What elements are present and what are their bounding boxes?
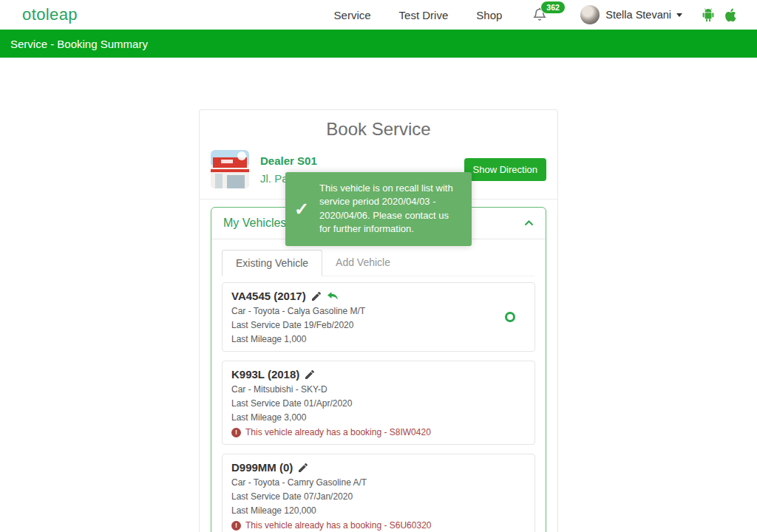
vehicle-title: D999MM (0) [231, 461, 293, 474]
dealer-photo [211, 150, 249, 188]
edit-icon[interactable] [298, 463, 308, 473]
tab-existing-vehicle[interactable]: Existing Vehicle [222, 250, 322, 276]
apple-icon [724, 7, 738, 23]
vehicle-last-service: Last Service Date 01/Apr/2020 [231, 398, 526, 409]
edit-icon[interactable] [305, 369, 315, 380]
edit-icon[interactable] [311, 291, 322, 301]
vehicle-tabs: Existing Vehicle Add Vehicle [222, 250, 535, 276]
recall-toast[interactable]: This vehicle is on recall list with serv… [285, 172, 472, 246]
vehicle-last-mileage: Last Mileage 1,000 [231, 334, 505, 344]
alert-icon [231, 521, 241, 531]
android-icon [702, 7, 715, 22]
notifications-button[interactable]: 362 [533, 7, 546, 22]
vehicle-description: Car - Mitsubishi - SKY-D [231, 384, 526, 395]
chevron-up-icon [524, 220, 534, 226]
vehicle-details: D999MM (0) Car - Toyota - Camry Gasoline… [231, 461, 526, 531]
alert-icon [231, 428, 241, 437]
booking-warning: This vehicle already has a booking - S6U… [231, 520, 526, 531]
ios-app-link[interactable] [724, 7, 738, 23]
show-direction-button[interactable]: Show Direction [464, 158, 546, 181]
vehicle-card-d999mm[interactable]: D999MM (0) Car - Toyota - Camry Gasoline… [222, 454, 535, 532]
nav-shop[interactable]: Shop [476, 9, 502, 21]
user-avatar [580, 5, 600, 24]
user-name: Stella Stevani [605, 9, 671, 21]
vehicle-card-k993l[interactable]: K993L (2018) Car - Mitsubishi - SKY-D La… [222, 361, 535, 445]
nav-test-drive[interactable]: Test Drive [399, 9, 449, 21]
check-icon [294, 197, 309, 222]
tab-add-vehicle[interactable]: Add Vehicle [322, 250, 404, 276]
vehicle-title: K993L (2018) [231, 368, 299, 381]
vehicle-description: Car - Toyota - Camry Gasoline A/T [231, 477, 526, 488]
booking-warning-text: This vehicle already has a booking - S6U… [245, 520, 431, 531]
my-vehicles-title: My Vehicles [223, 216, 286, 230]
vehicle-last-service: Last Service Date 19/Feb/2020 [231, 320, 505, 330]
nav-service[interactable]: Service [334, 9, 371, 21]
dealer-name: Dealer S01 [260, 154, 380, 167]
app-header: otoleap Service Test Drive Shop 362 Stel… [0, 0, 757, 30]
my-vehicles-panel: My Vehicles Existing Vehicle Add Vehicle [211, 207, 546, 532]
chevron-down-icon [676, 13, 682, 17]
notification-count-badge: 362 [540, 1, 566, 14]
main-content: This vehicle is on recall list with serv… [0, 109, 757, 532]
vehicle-radio[interactable] [505, 312, 515, 322]
user-menu[interactable]: Stella Stevani [580, 5, 682, 24]
vehicle-card-va4545[interactable]: VA4545 (2017) Car - Toyota - Calya Gasol… [222, 282, 535, 352]
breadcrumb: Service - Booking Summary [10, 38, 148, 50]
top-navigation: Service Test Drive Shop 362 Stella Steva… [306, 5, 738, 24]
breadcrumb-banner: Service - Booking Summary [0, 30, 757, 58]
my-vehicles-body: Existing Vehicle Add Vehicle VA4545 (201… [211, 239, 546, 532]
undo-icon[interactable] [327, 291, 339, 301]
toast-message: This vehicle is on recall list with serv… [319, 183, 453, 234]
android-app-link[interactable] [702, 7, 715, 22]
vehicle-details: K993L (2018) Car - Mitsubishi - SKY-D La… [231, 368, 526, 437]
vehicle-list: VA4545 (2017) Car - Toyota - Calya Gasol… [222, 282, 535, 532]
vehicle-title: VA4545 (2017) [231, 290, 306, 302]
booking-warning-text: This vehicle already has a booking - S8I… [245, 427, 431, 437]
app-logo[interactable]: otoleap [22, 5, 78, 24]
vehicle-details: VA4545 (2017) Car - Toyota - Calya Gasol… [231, 290, 505, 344]
vehicle-description: Car - Toyota - Calya Gasoline M/T [231, 306, 505, 316]
vehicle-last-mileage: Last Mileage 120,000 [231, 505, 526, 516]
booking-warning: This vehicle already has a booking - S8I… [231, 427, 526, 437]
page-title: Book Service [200, 119, 557, 140]
vehicle-last-service: Last Service Date 07/Jan/2020 [231, 491, 526, 502]
vehicle-last-mileage: Last Mileage 3,000 [231, 412, 526, 423]
